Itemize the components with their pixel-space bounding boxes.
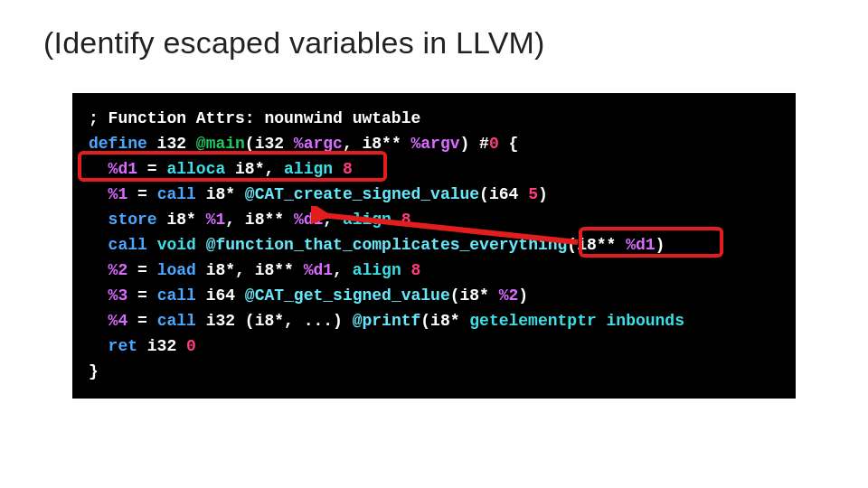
line-7: %2 = load i8*, i8** %d1, align 8	[89, 261, 420, 279]
slide-title: (Identify escaped variables in LLVM)	[43, 25, 825, 61]
line-10: ret i32 0	[89, 337, 196, 355]
line-4: %1 = call i8* @CAT_create_signed_value(i…	[89, 185, 548, 203]
line-8: %3 = call i64 @CAT_get_signed_value(i8* …	[89, 286, 528, 305]
code-panel: ; Function Attrs: nounwind uwtable defin…	[72, 93, 796, 399]
line-5: store i8* %1, i8** %d1, align 8	[89, 211, 411, 229]
line-1: ; Function Attrs: nounwind uwtable	[89, 109, 420, 127]
line-2: define i32 @main(i32 %argc, i8** %argv) …	[89, 135, 518, 153]
line-9: %4 = call i32 (i8*, ...) @printf(i8* get…	[89, 312, 684, 330]
line-6: call void @function_that_complicates_eve…	[89, 236, 665, 254]
code-block: ; Function Attrs: nounwind uwtable defin…	[72, 93, 796, 399]
line-11: }	[89, 362, 99, 380]
line-3: %d1 = alloca i8*, align 8	[89, 160, 353, 178]
slide: (Identify escaped variables in LLVM) ; F…	[0, 0, 868, 488]
